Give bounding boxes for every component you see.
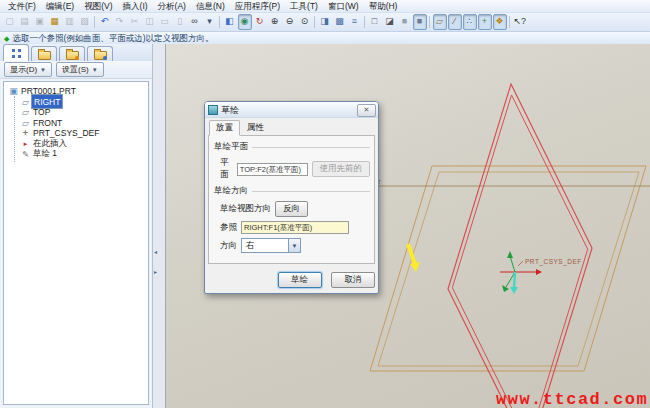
sketch-plane-field[interactable]: TOP:F2(基准平面) bbox=[237, 163, 308, 176]
reference-label: 参照 bbox=[220, 222, 237, 234]
menu-item-帮助[interactable]: 帮助(H) bbox=[364, 0, 403, 12]
annotations-toggle-icon[interactable]: ❖ bbox=[493, 14, 507, 30]
menu-item-视图[interactable]: 视图(V) bbox=[79, 0, 117, 12]
chevron-down-icon: ▼ bbox=[40, 67, 46, 73]
tree-item-label[interactable]: FRONT bbox=[31, 118, 64, 128]
tree-item--[interactable]: ►在此插入 bbox=[4, 139, 148, 150]
dialog-tab-strip: 放置 属性 bbox=[205, 118, 378, 136]
menu-bar: 文件(F)编辑(E)视图(V)插入(I)分析(A)信息(N)应用程序(P)工具(… bbox=[0, 0, 650, 13]
favorites-folder-icon bbox=[66, 51, 79, 60]
tab-model-tree[interactable] bbox=[3, 44, 29, 61]
tree-item-prt-csys-def[interactable]: +PRT_CSYS_DEF bbox=[4, 128, 148, 139]
orient-mode-icon[interactable]: ◉ bbox=[238, 14, 252, 30]
print-icon[interactable]: ▦ bbox=[48, 14, 62, 30]
redo-icon: ↷ bbox=[113, 14, 127, 30]
tab-connections[interactable] bbox=[87, 46, 113, 61]
toolbar-separator bbox=[314, 16, 315, 28]
orientation-select[interactable]: 右 ▼ bbox=[241, 238, 301, 253]
menu-item-工具[interactable]: 工具(T) bbox=[285, 0, 323, 12]
flip-button[interactable]: 反向 bbox=[275, 201, 308, 217]
tree-item-top[interactable]: ▱TOP bbox=[4, 107, 148, 118]
menu-item-编辑[interactable]: 编辑(E) bbox=[41, 0, 79, 12]
zoom-out-icon[interactable]: ⊖ bbox=[283, 14, 297, 30]
cancel-button[interactable]: 取消 bbox=[331, 272, 375, 288]
tab-favorites[interactable] bbox=[59, 46, 85, 61]
close-icon: ✕ bbox=[364, 106, 370, 114]
dialog-close-button[interactable]: ✕ bbox=[357, 104, 376, 117]
model-tree-toolbar: 显示(D)▼ 设置(S)▼ bbox=[0, 61, 152, 79]
datum-plane-icon: ▱ bbox=[20, 107, 31, 117]
settings-dropdown-button[interactable]: 设置(S)▼ bbox=[56, 62, 104, 77]
splitter-collapse-arrows[interactable]: ◂▸ bbox=[154, 249, 157, 275]
dialog-title: 草绘 bbox=[221, 104, 357, 117]
tree-item-prt0001-prt[interactable]: ▣PRT0001.PRT bbox=[4, 86, 148, 97]
menu-item-分析[interactable]: 分析(A) bbox=[153, 0, 191, 12]
undo-icon[interactable]: ↶ bbox=[98, 14, 112, 30]
menu-item-文件[interactable]: 文件(F) bbox=[3, 0, 41, 12]
dialog-title-bar[interactable]: 草绘 ✕ bbox=[205, 102, 378, 118]
sketch-dialog: 草绘 ✕ 放置 属性 草绘平面 平面 TOP:F2(基准平面) 使用先前的 草绘… bbox=[204, 101, 379, 294]
reference-field[interactable]: RIGHT:F1(基准平面) bbox=[241, 221, 349, 234]
menu-item-应用程序[interactable]: 应用程序(P) bbox=[230, 0, 285, 12]
datum-plane-icon: ▱ bbox=[20, 97, 31, 107]
sketch-plane-caption: 草绘平面 bbox=[214, 141, 370, 153]
menu-item-信息[interactable]: 信息(N) bbox=[191, 0, 230, 12]
select-help-icon[interactable]: ↖? bbox=[513, 14, 527, 30]
tree-item-right[interactable]: ▱RIGHT bbox=[4, 97, 148, 108]
menu-item-插入[interactable]: 插入(I) bbox=[118, 0, 153, 12]
tree-item-label[interactable]: PRT_CSYS_DEF bbox=[31, 128, 101, 138]
sketch-direction-arrowhead[interactable] bbox=[410, 262, 420, 272]
sketch-dialog-icon bbox=[208, 105, 218, 115]
datum-plane-top-outline[interactable] bbox=[370, 166, 646, 371]
layers-icon[interactable]: ≡ bbox=[348, 14, 362, 30]
datum-planes-toggle-icon[interactable]: ▱ bbox=[433, 14, 447, 30]
shaded-icon[interactable]: ■ bbox=[413, 14, 427, 30]
show-dropdown-button[interactable]: 显示(D)▼ bbox=[4, 62, 52, 77]
insert-here-icon: ► bbox=[20, 139, 31, 149]
toolbar-separator bbox=[429, 16, 430, 28]
tab-placement[interactable]: 放置 bbox=[209, 120, 240, 136]
spin-center-icon[interactable]: ↻ bbox=[253, 14, 267, 30]
csys-prt-csys-def[interactable]: PRT_CSYS_DEF bbox=[500, 251, 582, 294]
paste-icon: ▭ bbox=[158, 14, 172, 30]
named-view-list-icon[interactable]: ◨ bbox=[318, 14, 332, 30]
tab-folder-browser[interactable] bbox=[31, 46, 57, 61]
datum-plane-right-highlight-inner[interactable] bbox=[452, 95, 587, 408]
datum-plane-right-highlight[interactable] bbox=[448, 84, 592, 408]
prompt-message: 选取一个参照(例如曲面、平面或边)以定义视图方向。 bbox=[12, 33, 213, 45]
collapse-left-icon[interactable]: ◂ bbox=[154, 249, 157, 255]
view-manager-icon[interactable]: ▩ bbox=[333, 14, 347, 30]
no-hidden-icon[interactable]: ■ bbox=[398, 14, 412, 30]
use-previous-button[interactable]: 使用先前的 bbox=[312, 161, 371, 177]
datum-csys-toggle-icon[interactable]: + bbox=[478, 14, 492, 30]
wireframe-icon[interactable]: □ bbox=[368, 14, 382, 30]
sketch-orientation-caption: 草绘方向 bbox=[214, 185, 370, 197]
tree-item-label[interactable]: 草绘 1 bbox=[31, 148, 59, 160]
menu-item-窗口[interactable]: 窗口(W) bbox=[323, 0, 364, 12]
sketch-direction-arrow[interactable] bbox=[408, 244, 415, 264]
select-dropdown-icon[interactable]: ▾ bbox=[203, 14, 217, 30]
folder-icon bbox=[38, 51, 51, 60]
toolbar-separator bbox=[364, 16, 365, 28]
datum-plane-icon: ▱ bbox=[20, 118, 31, 128]
panel-splitter[interactable]: ◂▸ bbox=[152, 44, 166, 408]
tree-item-label[interactable]: TOP bbox=[31, 107, 52, 117]
datum-points-toggle-icon[interactable]: ∴ bbox=[463, 14, 477, 30]
tree-item-front[interactable]: ▱FRONT bbox=[4, 118, 148, 129]
sketch-ok-button[interactable]: 草绘 bbox=[278, 272, 322, 288]
repaint-icon[interactable]: ◧ bbox=[223, 14, 237, 30]
find-icon[interactable]: ∞ bbox=[188, 14, 202, 30]
datum-axes-toggle-icon[interactable]: ∕ bbox=[448, 14, 462, 30]
tree-guide-line bbox=[14, 96, 15, 162]
tree-item--1[interactable]: ✎草绘 1 bbox=[4, 149, 148, 160]
copy-icon: ◫ bbox=[143, 14, 157, 30]
csys-icon: + bbox=[20, 128, 31, 138]
main-toolbar: ▢▤▣▦▥▧↶↷✂◫▭▯∞▾◧◉↻⊕⊖⊙◨▩≡□◪■■▱∕∴+❖↖? bbox=[0, 13, 650, 32]
toolbar-separator bbox=[509, 16, 510, 28]
csys-highlight-arrowhead bbox=[510, 287, 518, 294]
zoom-in-icon[interactable]: ⊕ bbox=[268, 14, 282, 30]
hidden-line-icon[interactable]: ◪ bbox=[383, 14, 397, 30]
expand-right-icon[interactable]: ▸ bbox=[154, 269, 157, 275]
tab-properties[interactable]: 属性 bbox=[240, 120, 271, 136]
refit-icon[interactable]: ⊙ bbox=[298, 14, 312, 30]
